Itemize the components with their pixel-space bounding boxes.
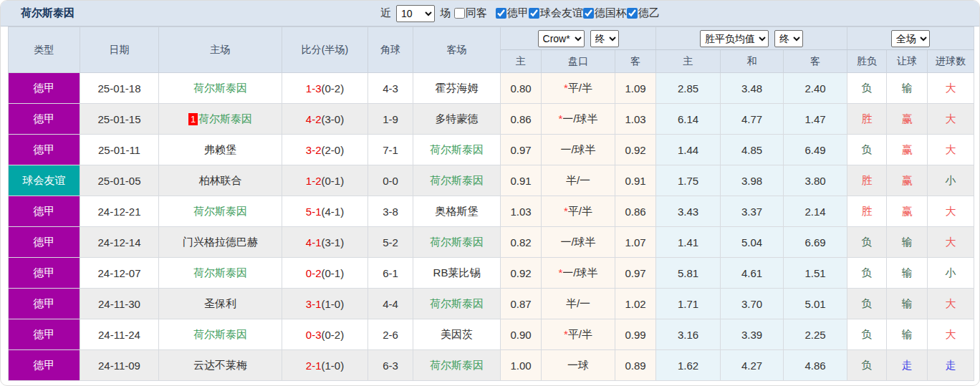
away-team[interactable]: 美因茨 — [413, 319, 501, 350]
away-handicap-odds: 0.86 — [615, 196, 656, 227]
league-checkbox[interactable] — [627, 8, 638, 19]
home-team[interactable]: 1荷尔斯泰因 — [159, 104, 282, 135]
col-header-away: 客场 — [413, 27, 501, 73]
europe-time-select[interactable]: 终 — [774, 30, 803, 47]
draw-odds: 4.27 — [721, 350, 784, 381]
handicap-line: *一/球半 — [542, 258, 615, 289]
away-team[interactable]: 荷尔斯泰因 — [413, 165, 501, 196]
match-date: 25-01-05 — [80, 165, 159, 196]
home-team[interactable]: 弗赖堡 — [159, 135, 282, 165]
handicap-line: *平/半 — [542, 196, 615, 227]
filter-controls: 近 10 场 同客 德甲球会友谊德国杯德乙 — [377, 1, 660, 26]
corner-score: 2-6 — [368, 319, 413, 350]
draw-odds: 3.39 — [721, 319, 784, 350]
handicap-line: 半/一 — [542, 289, 615, 319]
score-cell: 2-1(1-0) — [282, 350, 368, 381]
league-type-badge: 德甲 — [9, 289, 80, 319]
corner-score: 6-3 — [368, 350, 413, 381]
away-team[interactable]: 荷尔斯泰因 — [413, 227, 501, 258]
lose-odds: 1.47 — [784, 104, 847, 135]
handicap-time-select[interactable]: 终 — [590, 30, 619, 47]
league-filter-2[interactable]: 德国杯 — [583, 6, 627, 20]
win-odds: 1.62 — [656, 350, 721, 381]
away-team[interactable]: 奥格斯堡 — [413, 196, 501, 227]
league-checkbox[interactable] — [496, 8, 506, 19]
recent-count-select[interactable]: 10 — [396, 5, 435, 22]
match-date: 25-01-15 — [80, 104, 159, 135]
draw-odds: 4.85 — [721, 135, 784, 165]
away-handicap-odds: 0.97 — [615, 258, 656, 289]
score-cell: 3-2(2-0) — [282, 135, 368, 165]
result-goals: 大 — [928, 73, 974, 104]
col-header-score: 比分(半场) — [282, 27, 368, 73]
result-winlose: 负 — [847, 135, 887, 165]
home-handicap-odds: 0.82 — [501, 227, 542, 258]
result-winlose: 负 — [847, 73, 887, 104]
away-handicap-odds: 1.03 — [615, 104, 656, 135]
star-icon: * — [558, 266, 562, 279]
corner-score: 4-3 — [368, 73, 413, 104]
same-opponent-filter[interactable]: 同客 — [454, 6, 487, 20]
away-team[interactable]: 荷尔斯泰因 — [413, 350, 501, 381]
lose-odds: 4.86 — [784, 350, 847, 381]
result-goals: 大 — [928, 289, 974, 319]
col-header-home: 主场 — [159, 27, 282, 73]
league-checkbox[interactable] — [583, 8, 594, 19]
league-filter-1[interactable]: 球会友谊 — [529, 6, 583, 20]
league-checkbox[interactable] — [529, 8, 539, 19]
score-cell: 0-2(0-1) — [282, 258, 368, 289]
result-handicap: 赢 — [887, 165, 928, 196]
league-type-badge: 德甲 — [9, 350, 80, 381]
draw-odds: 3.48 — [721, 73, 784, 104]
score-cell: 0-3(0-2) — [282, 319, 368, 350]
result-handicap: 输 — [887, 258, 928, 289]
home-team[interactable]: 荷尔斯泰因 — [159, 319, 282, 350]
score-cell: 4-2(3-0) — [282, 104, 368, 135]
home-team[interactable]: 门兴格拉德巴赫 — [159, 227, 282, 258]
league-type-badge: 德甲 — [9, 104, 80, 135]
result-group-header: 全场 — [847, 27, 974, 50]
score-cell: 1-3(0-2) — [282, 73, 368, 104]
handicap-line: 一球 — [542, 350, 615, 381]
lose-odds: 2.14 — [784, 196, 847, 227]
home-team[interactable]: 云达不莱梅 — [159, 350, 282, 381]
match-date: 25-01-18 — [80, 73, 159, 104]
home-team[interactable]: 圣保利 — [159, 289, 282, 319]
top-filter-bar: 荷尔斯泰因 近 10 场 同客 德甲球会友谊德国杯德乙 — [1, 1, 979, 26]
result-handicap: 赢 — [887, 104, 928, 135]
scope-select[interactable]: 全场 — [891, 30, 930, 47]
corner-score: 7-1 — [368, 135, 413, 165]
europe-odds-group-header: 胜平负均值 终 — [656, 27, 847, 50]
away-team[interactable]: 多特蒙德 — [413, 104, 501, 135]
corner-score: 5-2 — [368, 227, 413, 258]
home-team[interactable]: 荷尔斯泰因 — [159, 258, 282, 289]
europe-odds-select[interactable]: 胜平负均值 — [700, 30, 769, 47]
away-handicap-odds: 1.09 — [615, 73, 656, 104]
match-date: 24-11-09 — [80, 350, 159, 381]
subcol-goals: 进球数 — [928, 50, 974, 73]
league-type-badge: 德甲 — [9, 135, 80, 165]
home-team[interactable]: 柏林联合 — [159, 165, 282, 196]
league-filter-3[interactable]: 德乙 — [627, 6, 660, 20]
result-goals: 大 — [928, 135, 974, 165]
away-team[interactable]: RB莱比锡 — [413, 258, 501, 289]
away-team[interactable]: 荷尔斯泰因 — [413, 289, 501, 319]
same-opponent-checkbox[interactable] — [454, 8, 465, 19]
star-icon: * — [558, 112, 562, 125]
col-header-corner: 角球 — [368, 27, 413, 73]
home-team[interactable]: 荷尔斯泰因 — [159, 73, 282, 104]
league-filter-0[interactable]: 德甲 — [496, 6, 529, 20]
handicap-line: 一/球半 — [542, 135, 615, 165]
lose-odds: 3.80 — [784, 165, 847, 196]
match-date: 24-12-21 — [80, 196, 159, 227]
result-winlose: 负 — [847, 350, 887, 381]
win-odds: 5.81 — [656, 258, 721, 289]
away-team[interactable]: 霍芬海姆 — [413, 73, 501, 104]
odds-company-select[interactable]: Crow* — [538, 30, 585, 47]
result-handicap: 走 — [887, 350, 928, 381]
match-row: 德甲24-12-14门兴格拉德巴赫4-1(3-1)5-2荷尔斯泰因0.82一/球… — [9, 227, 974, 258]
home-team[interactable]: 荷尔斯泰因 — [159, 196, 282, 227]
away-team[interactable]: 荷尔斯泰因 — [413, 135, 501, 165]
result-winlose: 胜 — [847, 165, 887, 196]
handicap-line: 一/球半 — [542, 227, 615, 258]
